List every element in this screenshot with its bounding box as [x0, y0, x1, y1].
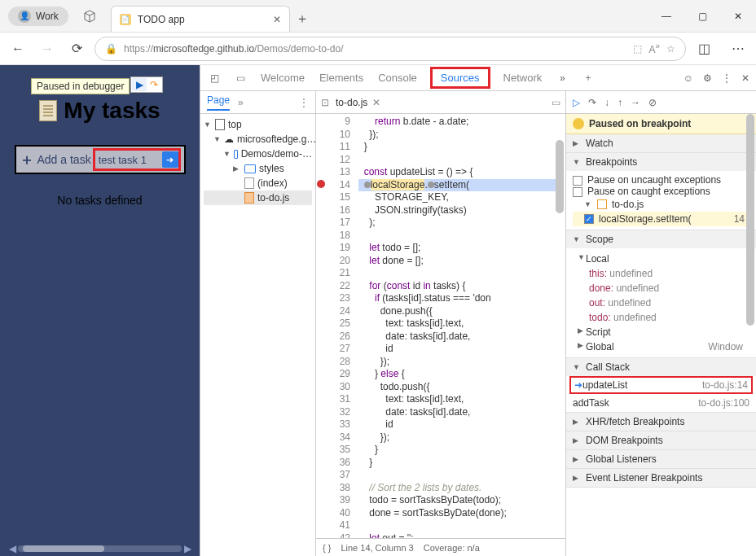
close-devtools-icon[interactable]: ✕: [741, 72, 749, 84]
tab-welcome[interactable]: Welcome: [259, 67, 306, 89]
pause-caught-checkbox[interactable]: Pause on caught exceptions: [573, 186, 749, 197]
close-button[interactable]: ✕: [720, 2, 756, 31]
bp-line-row[interactable]: ✓localStorage.setItem(14: [573, 212, 749, 226]
more-icon[interactable]: ⋯: [727, 37, 749, 60]
reader-icon[interactable]: A»: [648, 42, 660, 55]
favorite-icon[interactable]: ☆: [666, 43, 675, 55]
event-bp-section[interactable]: ▶Event Listener Breakpoints: [566, 469, 756, 488]
url-bar: ← → ⟳ 🔒 https://microsoftedge.github.io/…: [0, 33, 756, 65]
scope-section: ▼Scope ▼Local this: undefineddone: undef…: [566, 230, 756, 358]
settings-icon[interactable]: ⚙: [703, 72, 712, 84]
callstack-section: ▼Call Stack ➜ updateListto-do.js:14addTa…: [566, 358, 756, 413]
tree-top[interactable]: ▼top: [204, 117, 312, 132]
workspaces-icon[interactable]: [80, 7, 99, 26]
add-task-label: Add a task: [37, 153, 91, 166]
debugger-v-scrollbar[interactable]: [745, 91, 756, 556]
breakpoint-gutter[interactable]: [316, 114, 326, 538]
editor-tab[interactable]: to-do.js✕: [332, 97, 384, 108]
step-out-icon[interactable]: ↑: [618, 97, 622, 108]
scope-script[interactable]: ▶Script: [573, 325, 749, 339]
line-number-gutter: 9101112131415161718192021222324252627282…: [326, 114, 355, 538]
tab-console[interactable]: Console: [376, 67, 419, 89]
navigator-kebab-icon[interactable]: ⋮: [299, 97, 309, 108]
scope-header[interactable]: ▼Scope: [566, 230, 756, 248]
editor-v-scrollbar[interactable]: [554, 137, 565, 520]
tree-folder[interactable]: ▼Demos/demo-…: [204, 147, 312, 161]
paused-text: Paused on breakpoint: [589, 118, 691, 129]
callstack-header[interactable]: ▼Call Stack: [566, 358, 756, 376]
shopping-icon[interactable]: ⬚: [633, 43, 642, 55]
navigator-tree: ▼top ▼☁microsoftedge.g… ▼Demos/demo-… ▶s…: [200, 114, 315, 208]
navigator-more-icon[interactable]: »: [238, 97, 244, 108]
editor-pane: ⊡ to-do.js✕ ▭ 91011121314151617181920212…: [316, 91, 566, 556]
breakpoints-header[interactable]: ▼Breakpoints: [566, 153, 756, 171]
tree-origin[interactable]: ▼☁microsoftedge.g…: [204, 132, 312, 147]
rendered-page: Paused in debugger ▶ ↷ My tasks ＋ Add a …: [0, 65, 200, 556]
minimize-button[interactable]: —: [648, 2, 684, 31]
inspect-icon[interactable]: ◰: [207, 72, 222, 84]
editor-tab-close-icon[interactable]: ✕: [372, 97, 380, 108]
pause-uncaught-checkbox[interactable]: Pause on uncaught exceptions: [573, 174, 749, 186]
resume-overlay-icon[interactable]: ▶: [132, 78, 147, 91]
callstack-row[interactable]: addTaskto-do.js:100: [566, 394, 756, 412]
watch-section[interactable]: ▶Watch: [566, 134, 756, 153]
navigator-tab-page[interactable]: Page: [207, 94, 230, 111]
bp-file-row[interactable]: ▼to-do.js: [573, 197, 749, 212]
forward-button[interactable]: →: [36, 37, 59, 60]
resume-icon[interactable]: ▷: [573, 97, 580, 108]
page-h-scrollbar[interactable]: ◀▶: [7, 545, 193, 553]
deactivate-bp-icon[interactable]: ⊘: [648, 97, 657, 108]
tree-todo-js[interactable]: ▶to-do.js: [204, 190, 312, 205]
global-listeners-section[interactable]: ▶Global Listeners: [566, 450, 756, 469]
plus-icon: ＋: [20, 150, 34, 169]
kebab-icon[interactable]: ⋮: [722, 72, 732, 84]
refresh-button[interactable]: ⟳: [65, 37, 88, 60]
dom-bp-section[interactable]: ▶DOM Breakpoints: [566, 431, 756, 450]
editor-more-icon[interactable]: ▭: [552, 97, 560, 108]
lock-icon: 🔒: [105, 43, 117, 55]
xhr-bp-section[interactable]: ▶XHR/fetch Breakpoints: [566, 413, 756, 431]
scope-var[interactable]: done: undefined: [573, 281, 749, 296]
code-text[interactable]: return b.date - a.date; }); } const upda…: [355, 114, 565, 538]
back-button[interactable]: ←: [7, 37, 29, 60]
debugger-controls: ▷ ↷ ↓ ↑ → ⊘: [566, 91, 756, 114]
tree-index[interactable]: ▶(index): [204, 176, 312, 190]
device-icon[interactable]: ▭: [233, 72, 248, 84]
browser-tab[interactable]: 📄 TODO app ✕: [111, 6, 290, 32]
scope-var[interactable]: out: undefined: [573, 296, 749, 310]
step-into-icon[interactable]: ↓: [604, 97, 609, 108]
callstack-row[interactable]: ➜ updateListto-do.js:14: [569, 376, 753, 394]
step-icon[interactable]: →: [631, 97, 640, 108]
tab-close-icon[interactable]: ✕: [273, 14, 281, 25]
new-tab-button[interactable]: ＋: [290, 6, 314, 32]
caret-position: Line 14, Column 3: [341, 543, 413, 553]
warning-icon: [573, 118, 584, 129]
tree-styles[interactable]: ▶styles: [204, 161, 312, 176]
maximize-button[interactable]: ▢: [684, 2, 720, 31]
pretty-print-icon[interactable]: { }: [323, 543, 331, 553]
paused-overlay: Paused in debugger: [31, 78, 130, 94]
submit-task-button[interactable]: ➜: [162, 151, 178, 168]
document-icon: [39, 100, 57, 121]
editor-nav-icon[interactable]: ⊡: [321, 97, 329, 108]
tab-elements[interactable]: Elements: [318, 67, 365, 89]
scope-var[interactable]: todo: undefined: [573, 310, 749, 325]
task-input[interactable]: test task 1: [99, 154, 147, 166]
scope-global[interactable]: ▶GlobalWindow: [573, 339, 749, 354]
scope-local[interactable]: ▼Local: [573, 252, 749, 266]
tab-favicon-icon: 📄: [120, 14, 131, 25]
address-bar[interactable]: 🔒 https://microsoftedge.github.io/Demos/…: [94, 37, 686, 61]
step-overlay-icon[interactable]: ↷: [147, 78, 161, 91]
scope-var[interactable]: this: undefined: [573, 266, 749, 281]
code-area[interactable]: 9101112131415161718192021222324252627282…: [316, 114, 565, 538]
navigator-pane: Page » ⋮ ▼top ▼☁microsoftedge.g… ▼Demos/…: [200, 91, 316, 556]
issues-icon[interactable]: ☺: [683, 72, 693, 84]
chevron-right-icon[interactable]: »: [555, 72, 569, 84]
tab-sources[interactable]: Sources: [430, 67, 490, 89]
tab-network[interactable]: Network: [502, 67, 544, 89]
add-tab-icon[interactable]: ＋: [581, 71, 596, 85]
profile-chip[interactable]: 👤 Work: [8, 7, 68, 26]
step-over-icon[interactable]: ↷: [588, 97, 596, 108]
url-text: https://microsoftedge.github.io/Demos/de…: [124, 43, 344, 55]
split-screen-icon[interactable]: ◫: [692, 37, 715, 60]
